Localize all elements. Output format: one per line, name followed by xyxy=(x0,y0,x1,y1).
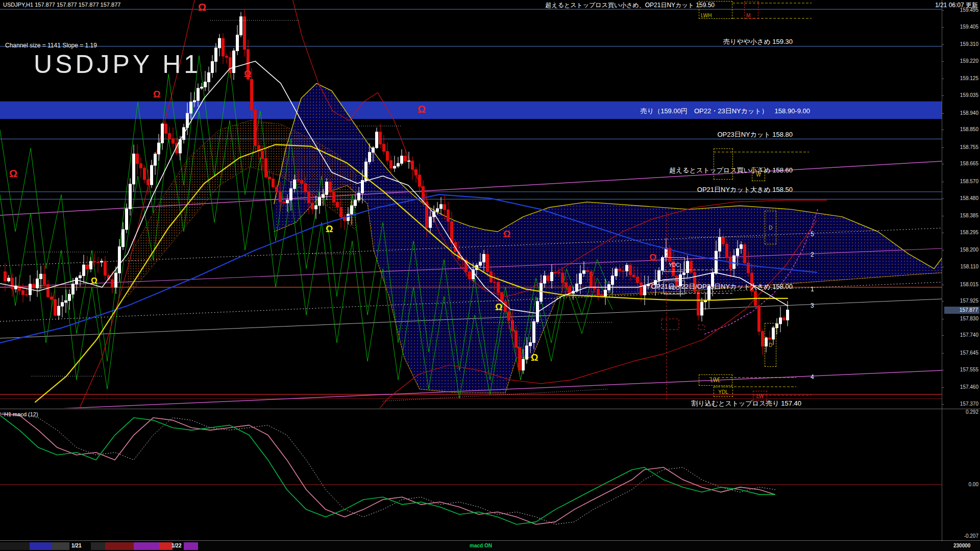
panel-separator-bottom xyxy=(0,540,980,541)
price-tick: 159.495 xyxy=(960,7,978,13)
macd-indicator-label: H1 macd (12) xyxy=(4,411,38,417)
price-tick: 158.850 xyxy=(960,127,978,133)
macd-on: macd ON xyxy=(470,543,492,548)
session-segment xyxy=(134,542,159,550)
price-tick: 158.385 xyxy=(960,213,978,219)
price-tick: 157.740 xyxy=(960,332,978,338)
session-segment xyxy=(159,542,173,550)
session-segment xyxy=(184,542,198,550)
price-tick: 157.370 xyxy=(960,401,978,407)
macd-scale-tick: 0.00 xyxy=(969,482,978,488)
price-tick: 158.110 xyxy=(961,264,978,270)
panel-separator-top xyxy=(0,409,980,409)
session-segment xyxy=(0,542,30,550)
price-tick: 158.755 xyxy=(960,144,978,151)
price-tick: 158.480 xyxy=(960,195,978,202)
scale-230000: 230000 xyxy=(953,543,970,548)
scale-separator xyxy=(942,0,942,551)
price-tick: 157.555 xyxy=(960,367,978,373)
price-tick: 158.940 xyxy=(960,110,978,116)
price-tick: 157.645 xyxy=(960,350,978,356)
session-segment xyxy=(91,542,105,550)
price-tick: 158.665 xyxy=(960,161,978,167)
price-tick: 159.125 xyxy=(960,76,978,82)
macd-scale-tick: 0.292 xyxy=(966,409,978,415)
date-1-21: 1/21 xyxy=(71,543,81,548)
price-tick: 159.405 xyxy=(960,24,978,30)
price-tick: 157.460 xyxy=(960,384,978,390)
session-segment xyxy=(52,542,69,550)
price-scale[interactable]: 159.495159.405159.310159.220159.125159.0… xyxy=(942,0,980,551)
price-tick: 158.570 xyxy=(960,179,978,185)
price-tick: 159.220 xyxy=(960,58,978,64)
main-chart-canvas[interactable] xyxy=(0,0,942,408)
current-price-tag: 157.877 xyxy=(944,307,979,314)
price-tick: 159.310 xyxy=(960,41,978,47)
session-segment xyxy=(105,542,134,550)
price-tick: 158.200 xyxy=(960,247,978,253)
price-tick: 157.830 xyxy=(960,316,978,322)
price-tick: 159.035 xyxy=(960,92,978,98)
timeline-bar[interactable]: 1/211/22macd ON230000 xyxy=(0,541,980,551)
macd-scale-tick: -0.207 xyxy=(964,533,978,539)
session-segment xyxy=(30,542,52,550)
date-1-22: 1/22 xyxy=(172,543,181,548)
price-tick: 158.295 xyxy=(960,230,978,236)
price-tick: 157.925 xyxy=(960,298,978,304)
macd-canvas[interactable] xyxy=(0,409,942,540)
price-tick: 158.015 xyxy=(960,282,978,288)
trading-chart-window: H1 macd (12) 159.495159.405159.310159.22… xyxy=(0,0,980,551)
